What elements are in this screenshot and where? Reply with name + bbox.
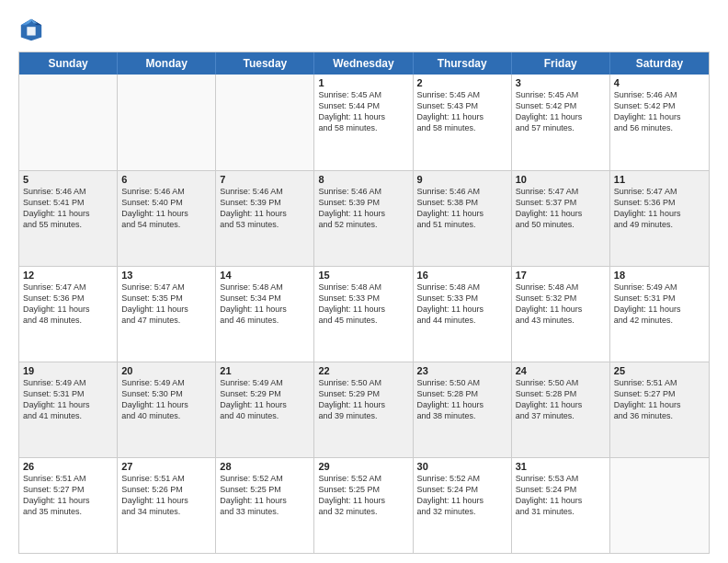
cell-info: Sunrise: 5:49 AM Sunset: 5:31 PM Dayligh… [23, 378, 90, 420]
calendar-cell: 20Sunrise: 5:49 AM Sunset: 5:30 PM Dayli… [118, 362, 216, 457]
day-number: 25 [614, 365, 705, 376]
header-day-saturday: Saturday [610, 52, 709, 75]
day-number: 16 [417, 270, 507, 281]
header-day-monday: Monday [118, 52, 216, 75]
day-number: 12 [23, 270, 113, 281]
calendar-cell: 6Sunrise: 5:46 AM Sunset: 5:40 PM Daylig… [118, 171, 216, 266]
cell-info: Sunrise: 5:52 AM Sunset: 5:25 PM Dayligh… [318, 474, 385, 516]
cell-info: Sunrise: 5:47 AM Sunset: 5:37 PM Dayligh… [516, 187, 583, 229]
day-number: 31 [516, 461, 606, 472]
day-number: 17 [516, 270, 606, 281]
calendar-cell: 18Sunrise: 5:49 AM Sunset: 5:31 PM Dayli… [610, 267, 709, 362]
cell-info: Sunrise: 5:52 AM Sunset: 5:25 PM Dayligh… [220, 474, 287, 516]
calendar-cell: 15Sunrise: 5:48 AM Sunset: 5:33 PM Dayli… [314, 267, 413, 362]
cell-info: Sunrise: 5:48 AM Sunset: 5:34 PM Dayligh… [220, 282, 287, 325]
calendar-cell [19, 75, 118, 170]
svg-rect-3 [27, 27, 35, 35]
calendar-cell: 31Sunrise: 5:53 AM Sunset: 5:24 PM Dayli… [512, 458, 610, 553]
cell-info: Sunrise: 5:51 AM Sunset: 5:27 PM Dayligh… [614, 378, 681, 420]
day-number: 2 [417, 77, 507, 88]
cell-info: Sunrise: 5:46 AM Sunset: 5:38 PM Dayligh… [417, 187, 484, 229]
day-number: 3 [516, 77, 606, 88]
calendar-cell: 22Sunrise: 5:50 AM Sunset: 5:29 PM Dayli… [314, 362, 413, 457]
cell-info: Sunrise: 5:49 AM Sunset: 5:29 PM Dayligh… [220, 378, 287, 420]
day-number: 7 [220, 174, 310, 185]
calendar-cell: 1Sunrise: 5:45 AM Sunset: 5:44 PM Daylig… [314, 75, 413, 170]
cell-info: Sunrise: 5:46 AM Sunset: 5:40 PM Dayligh… [121, 187, 188, 229]
header [18, 17, 710, 42]
calendar-cell: 27Sunrise: 5:51 AM Sunset: 5:26 PM Dayli… [118, 458, 216, 553]
cell-info: Sunrise: 5:52 AM Sunset: 5:24 PM Dayligh… [417, 474, 484, 516]
calendar-row-1: 1Sunrise: 5:45 AM Sunset: 5:44 PM Daylig… [19, 75, 709, 170]
header-day-wednesday: Wednesday [314, 52, 413, 75]
calendar-cell: 13Sunrise: 5:47 AM Sunset: 5:35 PM Dayli… [118, 267, 216, 362]
day-number: 13 [121, 270, 211, 281]
calendar-cell: 14Sunrise: 5:48 AM Sunset: 5:34 PM Dayli… [216, 267, 314, 362]
calendar-row-4: 19Sunrise: 5:49 AM Sunset: 5:31 PM Dayli… [19, 362, 709, 457]
day-number: 22 [318, 365, 408, 376]
day-number: 18 [614, 270, 705, 281]
calendar-row-2: 5Sunrise: 5:46 AM Sunset: 5:41 PM Daylig… [19, 170, 709, 266]
day-number: 24 [516, 365, 606, 376]
calendar-cell [216, 75, 314, 170]
logo-icon [18, 17, 44, 42]
calendar-cell: 28Sunrise: 5:52 AM Sunset: 5:25 PM Dayli… [216, 458, 314, 553]
cell-info: Sunrise: 5:45 AM Sunset: 5:43 PM Dayligh… [417, 90, 484, 132]
calendar-header: SundayMondayTuesdayWednesdayThursdayFrid… [19, 52, 709, 75]
calendar-cell: 11Sunrise: 5:47 AM Sunset: 5:36 PM Dayli… [610, 171, 709, 266]
day-number: 28 [220, 461, 310, 472]
calendar-cell: 19Sunrise: 5:49 AM Sunset: 5:31 PM Dayli… [19, 362, 118, 457]
day-number: 30 [417, 461, 507, 472]
cell-info: Sunrise: 5:47 AM Sunset: 5:35 PM Dayligh… [121, 282, 188, 325]
calendar-body: 1Sunrise: 5:45 AM Sunset: 5:44 PM Daylig… [19, 75, 709, 553]
calendar: SundayMondayTuesdayWednesdayThursdayFrid… [18, 52, 710, 554]
day-number: 1 [318, 77, 408, 88]
calendar-cell: 17Sunrise: 5:48 AM Sunset: 5:32 PM Dayli… [512, 267, 610, 362]
header-day-sunday: Sunday [19, 52, 118, 75]
calendar-cell: 21Sunrise: 5:49 AM Sunset: 5:29 PM Dayli… [216, 362, 314, 457]
cell-info: Sunrise: 5:48 AM Sunset: 5:32 PM Dayligh… [516, 282, 583, 325]
page: SundayMondayTuesdayWednesdayThursdayFrid… [0, 0, 728, 563]
day-number: 20 [121, 365, 211, 376]
calendar-cell [118, 75, 216, 170]
cell-info: Sunrise: 5:46 AM Sunset: 5:39 PM Dayligh… [318, 187, 385, 229]
cell-info: Sunrise: 5:50 AM Sunset: 5:28 PM Dayligh… [516, 378, 583, 420]
cell-info: Sunrise: 5:53 AM Sunset: 5:24 PM Dayligh… [516, 474, 583, 516]
cell-info: Sunrise: 5:49 AM Sunset: 5:30 PM Dayligh… [121, 378, 188, 420]
calendar-cell: 5Sunrise: 5:46 AM Sunset: 5:41 PM Daylig… [19, 171, 118, 266]
day-number: 19 [23, 365, 113, 376]
day-number: 6 [121, 174, 211, 185]
day-number: 9 [417, 174, 507, 185]
day-number: 14 [220, 270, 310, 281]
day-number: 26 [23, 461, 113, 472]
cell-info: Sunrise: 5:47 AM Sunset: 5:36 PM Dayligh… [23, 282, 90, 325]
header-day-friday: Friday [512, 52, 610, 75]
calendar-cell: 16Sunrise: 5:48 AM Sunset: 5:33 PM Dayli… [414, 267, 512, 362]
day-number: 27 [121, 461, 211, 472]
cell-info: Sunrise: 5:46 AM Sunset: 5:42 PM Dayligh… [614, 90, 681, 132]
cell-info: Sunrise: 5:47 AM Sunset: 5:36 PM Dayligh… [614, 187, 681, 229]
cell-info: Sunrise: 5:45 AM Sunset: 5:42 PM Dayligh… [516, 90, 583, 132]
calendar-cell: 30Sunrise: 5:52 AM Sunset: 5:24 PM Dayli… [414, 458, 512, 553]
day-number: 10 [516, 174, 606, 185]
cell-info: Sunrise: 5:46 AM Sunset: 5:39 PM Dayligh… [220, 187, 287, 229]
day-number: 21 [220, 365, 310, 376]
day-number: 8 [318, 174, 408, 185]
cell-info: Sunrise: 5:50 AM Sunset: 5:29 PM Dayligh… [318, 378, 385, 420]
calendar-cell: 2Sunrise: 5:45 AM Sunset: 5:43 PM Daylig… [414, 75, 512, 170]
calendar-cell: 12Sunrise: 5:47 AM Sunset: 5:36 PM Dayli… [19, 267, 118, 362]
header-day-tuesday: Tuesday [216, 52, 314, 75]
calendar-row-5: 26Sunrise: 5:51 AM Sunset: 5:27 PM Dayli… [19, 457, 709, 553]
calendar-row-3: 12Sunrise: 5:47 AM Sunset: 5:36 PM Dayli… [19, 266, 709, 362]
day-number: 29 [318, 461, 408, 472]
calendar-cell: 7Sunrise: 5:46 AM Sunset: 5:39 PM Daylig… [216, 171, 314, 266]
cell-info: Sunrise: 5:46 AM Sunset: 5:41 PM Dayligh… [23, 187, 90, 229]
cell-info: Sunrise: 5:48 AM Sunset: 5:33 PM Dayligh… [417, 282, 484, 325]
calendar-cell: 23Sunrise: 5:50 AM Sunset: 5:28 PM Dayli… [414, 362, 512, 457]
calendar-cell: 4Sunrise: 5:46 AM Sunset: 5:42 PM Daylig… [610, 75, 709, 170]
cell-info: Sunrise: 5:49 AM Sunset: 5:31 PM Dayligh… [614, 282, 681, 325]
day-number: 11 [614, 174, 705, 185]
calendar-cell: 29Sunrise: 5:52 AM Sunset: 5:25 PM Dayli… [314, 458, 413, 553]
calendar-cell: 3Sunrise: 5:45 AM Sunset: 5:42 PM Daylig… [512, 75, 610, 170]
header-day-thursday: Thursday [414, 52, 512, 75]
